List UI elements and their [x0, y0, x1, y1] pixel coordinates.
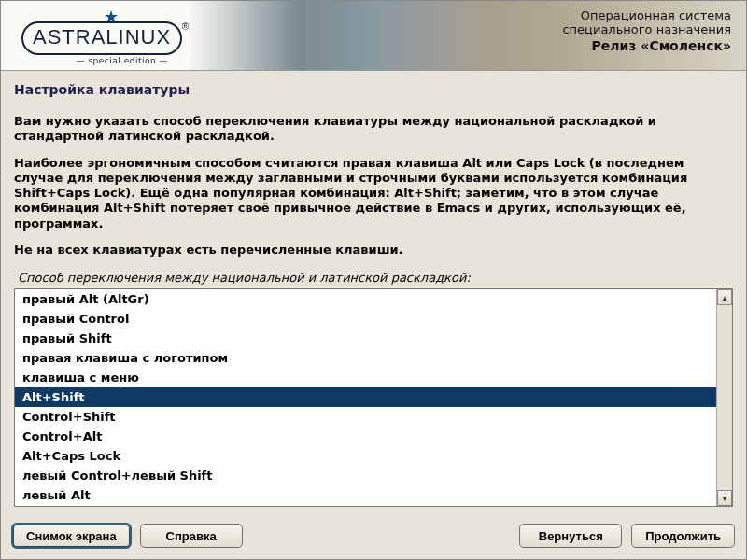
- option-item[interactable]: Control+Shift: [15, 407, 716, 427]
- list-prompt: Способ переключения между национальной и…: [18, 271, 733, 285]
- release-line: Релиз «Смоленск»: [562, 38, 731, 53]
- paragraph-2: Наиболее эргономичным способом считаются…: [14, 156, 733, 231]
- option-item[interactable]: правый Shift: [15, 329, 716, 348]
- screenshot-button[interactable]: Снимок экрана: [12, 524, 131, 548]
- option-item[interactable]: правый Alt (AltGr): [15, 289, 716, 309]
- page-title: Настройка клавиатуры: [14, 82, 733, 97]
- content: Настройка клавиатуры Вам нужно указать с…: [1, 71, 746, 514]
- logo-word: ASTRALINUX: [21, 21, 182, 55]
- back-button[interactable]: Вернуться: [519, 524, 622, 548]
- option-item[interactable]: левый Alt: [15, 485, 716, 505]
- option-item[interactable]: Control+Alt: [15, 427, 716, 446]
- scrollbar[interactable]: ▴ ▾: [716, 289, 732, 506]
- scroll-down-button[interactable]: ▾: [717, 490, 732, 506]
- os-line2: специального назначения: [562, 22, 731, 36]
- option-item[interactable]: Alt+Shift: [15, 387, 716, 407]
- banner: ★ ASTRALINUX — special edition — Операци…: [1, 1, 746, 71]
- option-item[interactable]: левый Control+левый Shift: [15, 466, 716, 485]
- option-item[interactable]: клавиша с меню: [15, 368, 716, 387]
- continue-button[interactable]: Продолжить: [631, 524, 735, 548]
- help-button[interactable]: Справка: [140, 524, 243, 548]
- option-item[interactable]: правая клавиша с логотипом: [15, 348, 716, 368]
- scroll-up-button[interactable]: ▴: [717, 289, 732, 305]
- star-icon: ★: [104, 12, 176, 21]
- paragraph-3: Не на всех клавиатурах есть перечисленны…: [14, 243, 733, 258]
- installer-window: ★ ASTRALINUX — special edition — Операци…: [0, 0, 747, 560]
- option-item[interactable]: Alt+Caps Lock: [15, 446, 716, 466]
- options-list[interactable]: правый Alt (AltGr)правый Controlправый S…: [15, 289, 716, 506]
- banner-text: Операционная система специального назнач…: [562, 8, 731, 53]
- os-line1: Операционная система: [562, 8, 731, 22]
- logo: ★ ASTRALINUX — special edition —: [21, 12, 176, 65]
- options-listbox[interactable]: правый Alt (AltGr)правый Controlправый S…: [14, 288, 733, 507]
- option-item[interactable]: правый Control: [15, 309, 716, 329]
- paragraph-1: Вам нужно указать способ переключения кл…: [14, 114, 733, 145]
- scroll-track[interactable]: [717, 305, 732, 490]
- logo-sub: — special edition —: [21, 56, 168, 65]
- footer: Снимок экрана Справка Вернуться Продолжи…: [1, 514, 746, 559]
